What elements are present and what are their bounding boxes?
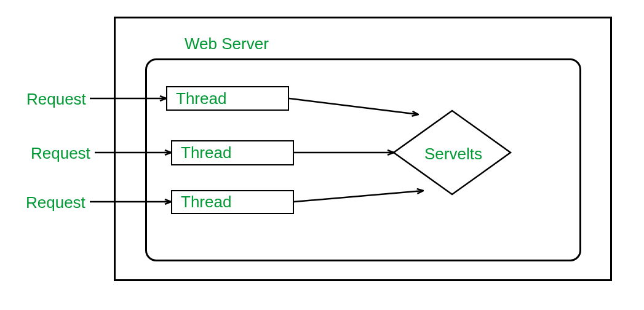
thread-label: Thread xyxy=(181,143,231,162)
thread-box: Thread xyxy=(166,86,289,111)
title-label: Web Server xyxy=(185,36,269,52)
diagram-canvas: Web Server Request Request Request Threa… xyxy=(0,0,644,310)
thread-box: Thread xyxy=(171,190,294,214)
request-label: Request xyxy=(26,91,86,107)
request-label: Request xyxy=(31,145,90,161)
thread-label: Thread xyxy=(176,89,226,108)
thread-box: Thread xyxy=(171,140,294,165)
request-label: Request xyxy=(26,194,85,210)
servlet-label: Servelts xyxy=(424,146,482,162)
thread-label: Thread xyxy=(181,193,231,212)
